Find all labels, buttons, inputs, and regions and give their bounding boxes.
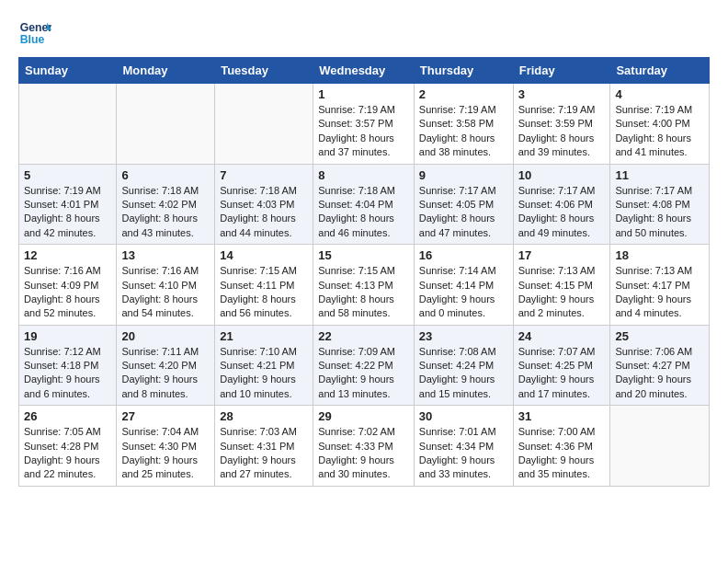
day-info: Sunrise: 7:15 AMSunset: 4:13 PMDaylight:… [318,264,409,321]
calendar-cell: 25Sunrise: 7:06 AMSunset: 4:27 PMDayligh… [610,325,710,406]
calendar-cell: 2Sunrise: 7:19 AMSunset: 3:58 PMDaylight… [414,84,513,165]
day-info: Sunrise: 7:15 AMSunset: 4:11 PMDaylight:… [220,264,308,321]
calendar-cell: 6Sunrise: 7:18 AMSunset: 4:02 PMDaylight… [117,164,215,245]
day-info: Sunrise: 7:00 AMSunset: 4:36 PMDaylight:… [518,425,606,482]
day-number: 20 [121,329,210,343]
calendar-cell: 9Sunrise: 7:17 AMSunset: 4:05 PMDaylight… [414,164,513,245]
calendar-cell: 28Sunrise: 7:03 AMSunset: 4:31 PMDayligh… [215,406,313,487]
day-number: 24 [518,329,606,343]
day-number: 15 [318,248,409,262]
week-row-5: 26Sunrise: 7:05 AMSunset: 4:28 PMDayligh… [19,406,710,487]
calendar-cell: 13Sunrise: 7:16 AMSunset: 4:10 PMDayligh… [117,245,215,326]
calendar-cell [215,84,313,165]
calendar-cell: 27Sunrise: 7:04 AMSunset: 4:30 PMDayligh… [117,406,215,487]
day-number: 28 [220,409,308,423]
weekday-header-thursday: Thursday [414,58,513,84]
day-number: 4 [615,87,704,101]
day-info: Sunrise: 7:09 AMSunset: 4:22 PMDaylight:… [318,345,409,402]
calendar-cell: 18Sunrise: 7:13 AMSunset: 4:17 PMDayligh… [610,245,710,326]
day-info: Sunrise: 7:10 AMSunset: 4:21 PMDaylight:… [220,345,308,402]
day-info: Sunrise: 7:14 AMSunset: 4:14 PMDaylight:… [419,264,508,321]
svg-text:Blue: Blue [20,33,45,46]
day-number: 26 [24,409,111,423]
day-number: 29 [318,409,409,423]
calendar-cell: 15Sunrise: 7:15 AMSunset: 4:13 PMDayligh… [313,245,415,326]
calendar-cell: 17Sunrise: 7:13 AMSunset: 4:15 PMDayligh… [513,245,610,326]
day-info: Sunrise: 7:17 AMSunset: 4:08 PMDaylight:… [615,184,704,241]
day-number: 23 [419,329,508,343]
weekday-header-wednesday: Wednesday [313,58,415,84]
day-info: Sunrise: 7:18 AMSunset: 4:03 PMDaylight:… [220,184,308,241]
day-number: 3 [518,87,606,101]
day-info: Sunrise: 7:18 AMSunset: 4:04 PMDaylight:… [318,184,409,241]
day-number: 25 [615,329,704,343]
calendar-cell: 4Sunrise: 7:19 AMSunset: 4:00 PMDaylight… [610,84,710,165]
day-number: 31 [518,409,606,423]
day-number: 16 [419,248,508,262]
calendar-cell: 26Sunrise: 7:05 AMSunset: 4:28 PMDayligh… [19,406,117,487]
calendar-table: SundayMondayTuesdayWednesdayThursdayFrid… [18,57,710,487]
day-info: Sunrise: 7:07 AMSunset: 4:25 PMDaylight:… [518,345,606,402]
day-number: 11 [615,168,704,182]
day-info: Sunrise: 7:19 AMSunset: 3:57 PMDaylight:… [318,103,409,160]
day-number: 5 [24,168,111,182]
weekday-header-tuesday: Tuesday [215,58,313,84]
calendar-cell: 22Sunrise: 7:09 AMSunset: 4:22 PMDayligh… [313,325,415,406]
weekday-header-sunday: Sunday [19,58,117,84]
calendar-cell: 20Sunrise: 7:11 AMSunset: 4:20 PMDayligh… [117,325,215,406]
week-row-2: 5Sunrise: 7:19 AMSunset: 4:01 PMDaylight… [19,164,710,245]
logo: General Blue [18,17,55,50]
day-info: Sunrise: 7:02 AMSunset: 4:33 PMDaylight:… [318,425,409,482]
day-number: 12 [24,248,111,262]
week-row-3: 12Sunrise: 7:16 AMSunset: 4:09 PMDayligh… [19,245,710,326]
day-number: 6 [121,168,210,182]
day-info: Sunrise: 7:16 AMSunset: 4:10 PMDaylight:… [121,264,210,321]
calendar-cell: 14Sunrise: 7:15 AMSunset: 4:11 PMDayligh… [215,245,313,326]
logo-icon: General Blue [18,17,51,50]
week-row-4: 19Sunrise: 7:12 AMSunset: 4:18 PMDayligh… [19,325,710,406]
svg-text:General: General [20,21,51,34]
day-info: Sunrise: 7:17 AMSunset: 4:05 PMDaylight:… [419,184,508,241]
calendar-cell: 31Sunrise: 7:00 AMSunset: 4:36 PMDayligh… [513,406,610,487]
calendar-cell [610,406,710,487]
calendar-cell: 21Sunrise: 7:10 AMSunset: 4:21 PMDayligh… [215,325,313,406]
day-info: Sunrise: 7:12 AMSunset: 4:18 PMDaylight:… [24,345,111,402]
day-info: Sunrise: 7:19 AMSunset: 3:58 PMDaylight:… [419,103,508,160]
day-info: Sunrise: 7:05 AMSunset: 4:28 PMDaylight:… [24,425,111,482]
day-number: 17 [518,248,606,262]
day-number: 30 [419,409,508,423]
calendar-cell [117,84,215,165]
day-info: Sunrise: 7:19 AMSunset: 4:00 PMDaylight:… [615,103,704,160]
day-info: Sunrise: 7:19 AMSunset: 4:01 PMDaylight:… [24,184,111,241]
calendar-cell: 29Sunrise: 7:02 AMSunset: 4:33 PMDayligh… [313,406,415,487]
day-info: Sunrise: 7:19 AMSunset: 3:59 PMDaylight:… [518,103,606,160]
day-number: 9 [419,168,508,182]
calendar-cell: 19Sunrise: 7:12 AMSunset: 4:18 PMDayligh… [19,325,117,406]
day-number: 21 [220,329,308,343]
calendar-cell: 24Sunrise: 7:07 AMSunset: 4:25 PMDayligh… [513,325,610,406]
calendar-cell: 23Sunrise: 7:08 AMSunset: 4:24 PMDayligh… [414,325,513,406]
weekday-header-monday: Monday [117,58,215,84]
day-number: 14 [220,248,308,262]
weekday-header-saturday: Saturday [610,58,710,84]
weekday-header-friday: Friday [513,58,610,84]
calendar-cell: 1Sunrise: 7:19 AMSunset: 3:57 PMDaylight… [313,84,415,165]
calendar-cell: 8Sunrise: 7:18 AMSunset: 4:04 PMDaylight… [313,164,415,245]
day-number: 2 [419,87,508,101]
day-info: Sunrise: 7:01 AMSunset: 4:34 PMDaylight:… [419,425,508,482]
day-info: Sunrise: 7:13 AMSunset: 4:15 PMDaylight:… [518,264,606,321]
day-info: Sunrise: 7:06 AMSunset: 4:27 PMDaylight:… [615,345,704,402]
day-number: 13 [121,248,210,262]
day-number: 22 [318,329,409,343]
day-number: 1 [318,87,409,101]
calendar-cell: 30Sunrise: 7:01 AMSunset: 4:34 PMDayligh… [414,406,513,487]
weekday-header-row: SundayMondayTuesdayWednesdayThursdayFrid… [19,58,710,84]
day-info: Sunrise: 7:03 AMSunset: 4:31 PMDaylight:… [220,425,308,482]
day-number: 27 [121,409,210,423]
calendar-cell: 7Sunrise: 7:18 AMSunset: 4:03 PMDaylight… [215,164,313,245]
day-number: 7 [220,168,308,182]
calendar-cell [19,84,117,165]
day-number: 19 [24,329,111,343]
calendar-cell: 12Sunrise: 7:16 AMSunset: 4:09 PMDayligh… [19,245,117,326]
day-info: Sunrise: 7:13 AMSunset: 4:17 PMDaylight:… [615,264,704,321]
